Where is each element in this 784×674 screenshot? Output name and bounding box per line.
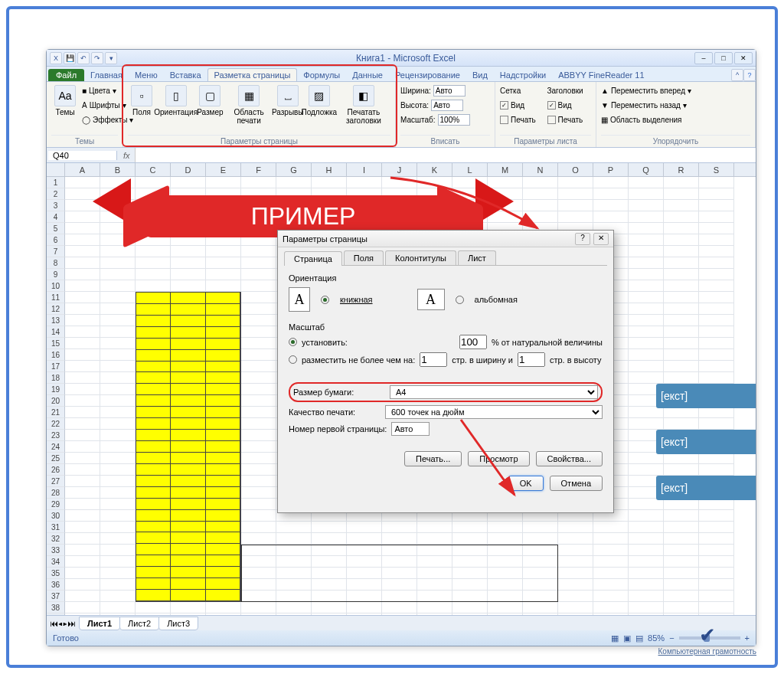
- cell[interactable]: [593, 177, 629, 188]
- cell[interactable]: [593, 591, 629, 602]
- cancel-button[interactable]: Отмена: [550, 476, 603, 491]
- print-area-button[interactable]: ▦Область печати: [227, 83, 270, 126]
- cell[interactable]: [241, 361, 276, 372]
- cell[interactable]: [65, 545, 100, 556]
- cell[interactable]: [593, 568, 629, 579]
- cell[interactable]: [206, 613, 241, 615]
- row-header[interactable]: 32: [47, 533, 65, 545]
- cell[interactable]: [382, 613, 417, 615]
- minimize-icon[interactable]: –: [694, 52, 713, 64]
- row-header[interactable]: 24: [47, 441, 65, 453]
- cell[interactable]: [699, 522, 734, 533]
- cell[interactable]: [241, 418, 276, 430]
- cell[interactable]: [629, 188, 664, 200]
- cell[interactable]: [65, 292, 100, 303]
- cell[interactable]: [65, 338, 100, 349]
- cell[interactable]: [664, 464, 699, 476]
- cell[interactable]: [382, 533, 417, 545]
- cell[interactable]: [699, 246, 734, 257]
- cell[interactable]: [558, 556, 593, 568]
- cell[interactable]: [382, 522, 417, 533]
- cell[interactable]: [65, 533, 100, 545]
- cell[interactable]: [100, 407, 136, 418]
- cell[interactable]: [100, 545, 136, 556]
- row-header[interactable]: 39: [47, 613, 65, 615]
- cell[interactable]: [664, 407, 699, 418]
- tab-addins[interactable]: Надстройки: [494, 69, 552, 81]
- cell[interactable]: [593, 556, 629, 568]
- undo-icon[interactable]: ↶: [77, 52, 90, 64]
- cell[interactable]: [699, 533, 734, 545]
- dlg-tab-margins[interactable]: Поля: [344, 250, 384, 265]
- cell[interactable]: [241, 441, 276, 453]
- cell[interactable]: [593, 211, 629, 223]
- cell[interactable]: [171, 602, 206, 613]
- cell[interactable]: [417, 533, 452, 545]
- cell[interactable]: [65, 430, 100, 441]
- cell[interactable]: [629, 292, 664, 303]
- row-header[interactable]: 33: [47, 545, 65, 556]
- dlg-tab-headerfooter[interactable]: Колонтитулы: [385, 250, 456, 265]
- cell[interactable]: [241, 303, 276, 315]
- cell[interactable]: [664, 418, 699, 430]
- cell[interactable]: [558, 579, 593, 591]
- cell[interactable]: [65, 602, 100, 613]
- cell[interactable]: [100, 487, 136, 499]
- cell[interactable]: [629, 418, 664, 430]
- cell[interactable]: [241, 384, 276, 395]
- cell[interactable]: [699, 223, 734, 234]
- cell[interactable]: [629, 568, 664, 579]
- cell[interactable]: [136, 269, 171, 280]
- cell[interactable]: [664, 545, 699, 556]
- cell[interactable]: [100, 441, 136, 453]
- cell[interactable]: [664, 510, 699, 522]
- cell[interactable]: [664, 522, 699, 533]
- cell[interactable]: [65, 441, 100, 453]
- cell[interactable]: [699, 269, 734, 280]
- cell[interactable]: [65, 487, 100, 499]
- cell[interactable]: [241, 395, 276, 407]
- row-header[interactable]: 21: [47, 407, 65, 418]
- cell[interactable]: [629, 211, 664, 223]
- tab-view[interactable]: Вид: [466, 69, 494, 81]
- cell[interactable]: [664, 234, 699, 246]
- select-all-corner[interactable]: [47, 163, 65, 176]
- cell[interactable]: [65, 395, 100, 407]
- cell[interactable]: [629, 338, 664, 349]
- cell[interactable]: [699, 326, 734, 338]
- cell[interactable]: [664, 257, 699, 269]
- row-header[interactable]: 29: [47, 499, 65, 510]
- cell[interactable]: [100, 430, 136, 441]
- selection-pane-button[interactable]: ▦ Область выделения: [601, 113, 750, 126]
- fit-radio[interactable]: [289, 355, 297, 364]
- cell[interactable]: [699, 257, 734, 269]
- row-header[interactable]: 9: [47, 269, 65, 280]
- cell[interactable]: [664, 280, 699, 292]
- cell[interactable]: [136, 246, 171, 257]
- cell[interactable]: [664, 326, 699, 338]
- cell[interactable]: [171, 613, 206, 615]
- orientation-button[interactable]: ▯Ориентация: [158, 83, 193, 118]
- cell[interactable]: [241, 269, 276, 280]
- cell[interactable]: [699, 188, 734, 200]
- cell[interactable]: [523, 211, 558, 223]
- row-header[interactable]: 23: [47, 430, 65, 441]
- col-header[interactable]: P: [593, 163, 629, 176]
- cell[interactable]: [100, 476, 136, 487]
- cell[interactable]: [629, 269, 664, 280]
- cell[interactable]: [699, 349, 734, 361]
- cell[interactable]: [629, 522, 664, 533]
- cell[interactable]: [664, 579, 699, 591]
- cell[interactable]: [100, 602, 136, 613]
- row-header[interactable]: 19: [47, 384, 65, 395]
- cell[interactable]: [699, 315, 734, 326]
- row-header[interactable]: 1: [47, 177, 65, 188]
- cell[interactable]: [558, 188, 593, 200]
- cell[interactable]: [100, 613, 136, 615]
- row-header[interactable]: 2: [47, 188, 65, 200]
- cell[interactable]: [664, 499, 699, 510]
- excel-icon[interactable]: X: [50, 52, 62, 64]
- tab-data[interactable]: Данные: [346, 69, 389, 81]
- col-header[interactable]: O: [558, 163, 593, 176]
- send-backward-button[interactable]: ▼ Переместить назад▾: [601, 98, 750, 112]
